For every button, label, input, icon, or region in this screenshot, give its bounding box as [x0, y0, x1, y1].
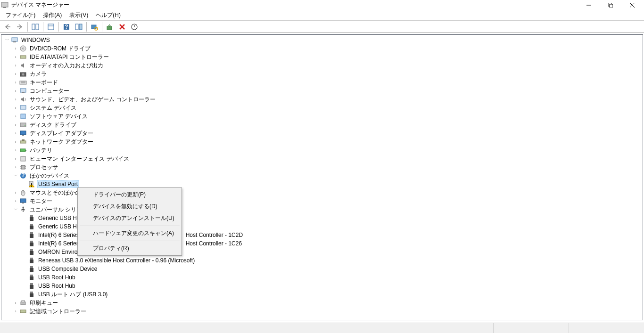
expander-icon[interactable]: ›: [13, 80, 18, 85]
svg-rect-25: [20, 56, 26, 58]
tree-category[interactable]: ›ネットワーク アダプター: [2, 138, 643, 146]
expander-icon[interactable]: ›: [13, 88, 18, 94]
tree-category[interactable]: ›IDE ATA/ATAPI コントローラー: [2, 53, 643, 61]
context-menu-properties[interactable]: プロパティ(R): [79, 243, 181, 254]
expander-icon[interactable]: ›: [13, 130, 18, 136]
tree-category[interactable]: ›サウンド、ビデオ、およびゲーム コントローラー: [2, 95, 643, 104]
svg-rect-7: [32, 24, 35, 30]
toolbar-separator: [27, 22, 28, 32]
disable-button[interactable]: [129, 22, 140, 32]
statusbar-main: [0, 323, 493, 333]
close-button[interactable]: [621, 0, 643, 10]
svg-rect-31: [20, 89, 26, 92]
expander-icon[interactable]: ›: [13, 71, 18, 77]
tree-category[interactable]: ›ディスク ドライブ: [2, 121, 643, 129]
properties-button[interactable]: [45, 22, 57, 32]
tree-category[interactable]: ›ヒューマン インターフェイス デバイス: [2, 154, 643, 163]
context-menu-scan-hardware[interactable]: ハードウェア変更のスキャン(A): [79, 227, 181, 239]
expander-icon[interactable]: ›: [13, 309, 18, 314]
menubar: ファイル(F) 操作(A) 表示(V) ヘルプ(H): [0, 10, 644, 21]
ide-icon: [19, 53, 27, 61]
expander-icon[interactable]: ›: [13, 63, 18, 68]
svg-rect-22: [13, 41, 16, 42]
tree-category-other-devices[interactable]: ﹀?ほかのデバイス: [2, 171, 643, 180]
tree-device[interactable]: Renesas USB 3.0 eXtensible Host Controll…: [2, 256, 643, 265]
expander-icon[interactable]: ›: [13, 300, 18, 306]
svg-rect-81: [21, 302, 25, 305]
tree-device-label-right: Host Controller - 1C2D: [185, 232, 244, 238]
menu-help[interactable]: ヘルプ(H): [92, 10, 124, 20]
toolbar-separator: [43, 22, 43, 32]
tree-category[interactable]: ›ソフトウェア デバイス: [2, 112, 643, 121]
tree-device[interactable]: USB Root Hub: [2, 273, 643, 282]
context-menu-disable-device[interactable]: デバイスを無効にする(D): [79, 201, 181, 212]
context-menu-update-driver[interactable]: ドライバーの更新(P): [79, 189, 181, 201]
scan-hardware-button[interactable]: [89, 22, 100, 32]
expander-icon[interactable]: ﹀: [13, 207, 18, 212]
maximize-button[interactable]: [600, 0, 621, 10]
expander-icon[interactable]: ›: [13, 122, 18, 128]
svg-rect-78: [30, 285, 33, 289]
tree-root[interactable]: ﹀ WINDOWS: [2, 36, 643, 44]
tree-category[interactable]: ›コンピューター: [2, 87, 643, 95]
expander-icon[interactable]: ›: [13, 105, 18, 111]
tree-device[interactable]: USB ルート ハブ (USB 3.0): [2, 290, 643, 299]
usb-device-icon: [28, 274, 35, 281]
show-hide-console-button[interactable]: [30, 22, 41, 32]
svg-rect-1: [3, 7, 6, 8]
minimize-button[interactable]: [578, 0, 600, 10]
expander-icon[interactable]: ›: [13, 54, 18, 60]
expander-icon[interactable]: ›: [13, 198, 18, 204]
tree-category-label: 印刷キュー: [29, 299, 59, 307]
usb-device-icon: [28, 240, 35, 247]
expander-icon[interactable]: ›: [13, 156, 18, 162]
device-tree[interactable]: ﹀ WINDOWS ›DVD/CD-ROM ドライブ ›IDE ATA/ATAP…: [1, 35, 643, 317]
tree-category[interactable]: ›プロセッサ: [2, 163, 643, 171]
tree-device-label: USB Root Hub: [37, 283, 76, 289]
expander-icon[interactable]: ›: [13, 114, 18, 119]
tree-category[interactable]: ›オーディオの入力および出力: [2, 61, 643, 70]
expander-spacer: [21, 258, 27, 263]
expander-icon[interactable]: ﹀: [4, 37, 10, 43]
tree-category[interactable]: ›システム デバイス: [2, 104, 643, 112]
tree-device[interactable]: USB Composite Device: [2, 265, 643, 273]
tree-category[interactable]: ›ディスプレイ アダプター: [2, 129, 643, 138]
tree-category[interactable]: ›カメラ: [2, 70, 643, 78]
tree-category-label: DVD/CD-ROM ドライブ: [29, 45, 91, 53]
action-button[interactable]: [73, 22, 84, 32]
tree-device[interactable]: USB Root Hub: [2, 282, 643, 290]
svg-point-36: [25, 125, 25, 126]
tree-category[interactable]: ›記憶域コントローラー: [2, 307, 643, 316]
tree-category-label: システム デバイス: [29, 104, 77, 112]
tree-category[interactable]: ›キーボード: [2, 78, 643, 87]
tree-category[interactable]: ›バッテリ: [2, 146, 643, 154]
expander-icon[interactable]: ›: [13, 97, 18, 102]
context-menu-uninstall-device[interactable]: デバイスのアンインストール(U): [79, 212, 181, 224]
tree-root-label: WINDOWS: [20, 37, 51, 43]
expander-icon[interactable]: ﹀: [13, 173, 18, 179]
battery-icon: [19, 146, 27, 154]
expander-icon[interactable]: ›: [13, 139, 18, 145]
tree-category[interactable]: ›DVD/CD-ROM ドライブ: [2, 44, 643, 53]
expander-icon[interactable]: ›: [13, 147, 18, 153]
expander-icon[interactable]: ›: [13, 190, 18, 195]
expander-icon[interactable]: ›: [13, 164, 18, 170]
menu-file[interactable]: ファイル(F): [2, 10, 39, 20]
usb-device-icon: [28, 214, 35, 222]
hid-icon: [19, 155, 27, 162]
usb-device-icon: [28, 291, 35, 298]
svg-rect-75: [30, 275, 33, 276]
tree-category[interactable]: ›印刷キュー: [2, 299, 643, 307]
svg-rect-68: [30, 243, 33, 246]
tree-category-label: ネットワーク アダプター: [29, 138, 94, 146]
menu-view[interactable]: 表示(V): [66, 10, 92, 20]
mouse-icon: [19, 189, 27, 196]
expander-icon[interactable]: ›: [13, 46, 18, 51]
svg-point-24: [23, 48, 24, 49]
help-button[interactable]: ?: [61, 22, 72, 32]
menu-action[interactable]: 操作(A): [39, 10, 66, 20]
update-driver-button[interactable]: [104, 22, 116, 32]
uninstall-button[interactable]: [116, 22, 128, 32]
back-button[interactable]: [2, 22, 13, 32]
forward-button[interactable]: [14, 22, 25, 32]
